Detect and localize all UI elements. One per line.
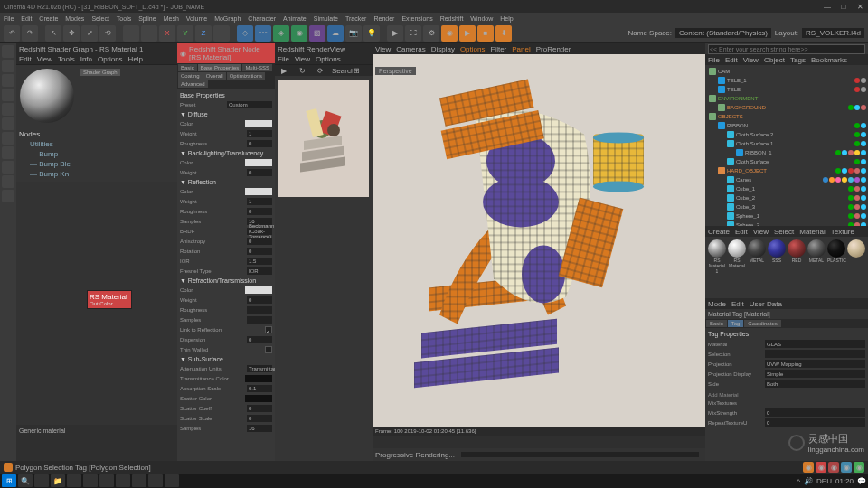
obj-menu-item[interactable]: Object bbox=[764, 56, 785, 64]
material-ball[interactable] bbox=[748, 239, 766, 258]
spline-button[interactable]: 〰 bbox=[255, 25, 271, 42]
redshift-button[interactable]: ⬇ bbox=[495, 25, 512, 42]
maximize-button[interactable]: □ bbox=[839, 3, 848, 11]
minimize-button[interactable]: — bbox=[823, 3, 832, 11]
prop-value[interactable]: 0 bbox=[247, 405, 272, 412]
model-mode-button[interactable] bbox=[2, 45, 14, 58]
tray-icon[interactable]: 🔊 bbox=[804, 477, 813, 485]
mat-menu-item[interactable]: Edit bbox=[735, 228, 748, 236]
menu-create[interactable]: Create bbox=[39, 15, 58, 22]
object-tag-icon[interactable] bbox=[854, 132, 860, 137]
object-tag-icon[interactable] bbox=[854, 186, 860, 192]
object-tag-icon[interactable] bbox=[861, 105, 866, 110]
viewport-menu-item[interactable]: Options bbox=[460, 45, 486, 53]
node-tree-item[interactable]: — Bump Kn bbox=[19, 169, 175, 179]
object-tree-item[interactable]: TELE bbox=[707, 85, 866, 94]
object-tree-item[interactable]: Cloth Surface 1 bbox=[707, 139, 866, 148]
attr-menu-item[interactable]: Mode bbox=[708, 300, 726, 308]
prop-value[interactable] bbox=[245, 375, 272, 382]
redshift-button[interactable]: ▶ bbox=[459, 25, 476, 42]
prop-tab[interactable]: Optimizations bbox=[227, 72, 265, 80]
attr-field[interactable]: 0 bbox=[765, 418, 865, 427]
mat-menu-item[interactable]: Create bbox=[708, 228, 730, 236]
menu-character[interactable]: Character bbox=[248, 15, 276, 22]
object-tag-icon[interactable] bbox=[854, 213, 860, 219]
mode-button[interactable] bbox=[2, 161, 14, 174]
object-tag-icon[interactable] bbox=[861, 87, 866, 92]
object-tag-icon[interactable] bbox=[848, 213, 854, 219]
menu-tracker[interactable]: Tracker bbox=[345, 15, 366, 22]
prop-value[interactable]: 0 bbox=[247, 140, 272, 147]
material-ball[interactable] bbox=[807, 239, 826, 258]
material-ball[interactable] bbox=[847, 239, 865, 258]
edge-mode-button[interactable] bbox=[2, 89, 14, 101]
rs-status-icon[interactable]: ◉ bbox=[816, 462, 826, 473]
material-ball[interactable] bbox=[708, 239, 726, 258]
task-button[interactable] bbox=[83, 474, 98, 487]
node-menu-item[interactable]: Options bbox=[98, 55, 123, 63]
attr-field[interactable]: Simple bbox=[765, 370, 865, 378]
prop-value[interactable]: 0 bbox=[247, 248, 272, 255]
object-tag-icon[interactable] bbox=[854, 105, 860, 110]
prop-value[interactable]: 0 bbox=[247, 336, 272, 343]
node-menu-item[interactable]: Info bbox=[80, 55, 92, 63]
rs-status-icon[interactable]: ◉ bbox=[854, 462, 864, 473]
mode-button[interactable] bbox=[2, 190, 14, 202]
obj-menu-item[interactable]: Tags bbox=[790, 56, 806, 64]
object-tag-icon[interactable] bbox=[854, 150, 860, 155]
prop-value[interactable]: 1 bbox=[247, 130, 272, 137]
menu-spline[interactable]: Spline bbox=[138, 15, 156, 22]
camera-button[interactable]: 📷 bbox=[345, 25, 362, 42]
task-button[interactable] bbox=[34, 474, 49, 487]
attr-field[interactable]: GLAS bbox=[765, 340, 865, 348]
rv-menu-item[interactable]: View bbox=[295, 55, 310, 63]
prop-value[interactable] bbox=[265, 346, 272, 353]
rv-toolbar-button[interactable]: ↻ bbox=[296, 67, 308, 75]
prop-value[interactable]: IOR bbox=[247, 267, 272, 275]
close-button[interactable]: ✕ bbox=[855, 3, 864, 11]
object-tree-item[interactable]: HARD_OBJECT bbox=[707, 166, 866, 175]
viewport-menu-item[interactable]: Cameras bbox=[396, 45, 425, 53]
prop-group-header[interactable]: ▼ Diffuse bbox=[180, 111, 272, 117]
object-tree-item[interactable]: Cube_3 bbox=[707, 202, 866, 211]
object-tree-item[interactable]: Cloth Surface bbox=[707, 157, 866, 166]
render-button[interactable]: ▶ bbox=[387, 25, 403, 42]
tool-button[interactable] bbox=[123, 25, 139, 42]
menu-animate[interactable]: Animate bbox=[283, 15, 307, 22]
object-tag-icon[interactable] bbox=[829, 177, 835, 183]
object-tag-icon[interactable] bbox=[842, 168, 847, 174]
tool-button[interactable] bbox=[141, 25, 157, 42]
render-region-button[interactable]: ⛶ bbox=[405, 25, 421, 42]
object-tag-icon[interactable] bbox=[861, 204, 866, 210]
object-tag-icon[interactable] bbox=[861, 213, 866, 219]
object-tree-item[interactable]: OBJECTS bbox=[707, 112, 866, 121]
menu-tools[interactable]: Tools bbox=[117, 15, 131, 22]
object-search-input[interactable] bbox=[708, 44, 865, 54]
mat-menu-item[interactable]: Material bbox=[799, 228, 825, 236]
prop-value[interactable] bbox=[245, 188, 272, 195]
namespace-value[interactable]: Content (Standard/Physics) bbox=[675, 28, 771, 38]
obj-menu-item[interactable]: File bbox=[708, 56, 720, 64]
object-tag-icon[interactable] bbox=[861, 159, 866, 164]
object-tree-item[interactable]: RIBBON bbox=[707, 121, 866, 130]
notifications-button[interactable]: 💬 bbox=[857, 477, 866, 485]
object-tree-item[interactable]: ENVIRONMENT bbox=[707, 94, 866, 103]
prop-value[interactable] bbox=[245, 120, 272, 127]
rv-toolbar-button[interactable]: ⟳ bbox=[314, 67, 326, 75]
rv-toolbar-button[interactable]: Search bbox=[332, 67, 344, 75]
menu-extensions[interactable]: Extensions bbox=[401, 15, 432, 22]
attr-tab[interactable]: Coordinates bbox=[744, 320, 780, 327]
menu-volume[interactable]: Volume bbox=[186, 15, 207, 22]
prop-group-header[interactable]: ▼ Reflection bbox=[180, 179, 272, 185]
menu-mesh[interactable]: Mesh bbox=[164, 15, 179, 22]
mode-button[interactable] bbox=[2, 117, 14, 130]
prop-tab[interactable]: Coating bbox=[178, 72, 203, 80]
object-tag-icon[interactable] bbox=[848, 150, 854, 155]
menu-file[interactable]: File bbox=[4, 15, 14, 22]
task-button[interactable] bbox=[132, 474, 146, 487]
deformer-button[interactable]: ▧ bbox=[309, 25, 326, 42]
viewport-menu-item[interactable]: View bbox=[375, 45, 391, 53]
tool-button[interactable] bbox=[213, 25, 230, 42]
rv-toolbar-button[interactable]: ▶ bbox=[278, 67, 290, 75]
object-tag-icon[interactable] bbox=[835, 168, 841, 174]
